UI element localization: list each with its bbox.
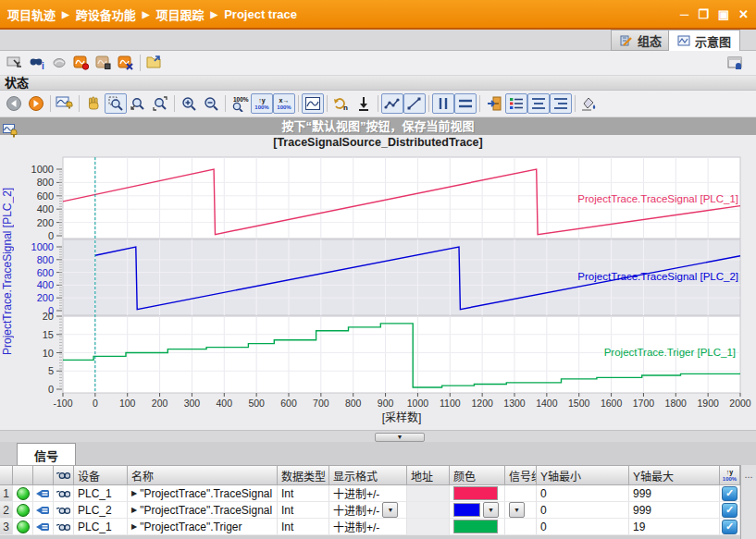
table-row[interactable]: 2 PLC_2 ▶"ProjectTrace".TraceSignal Int …	[0, 502, 740, 519]
breadcrumb-item[interactable]: 项目跟踪	[155, 6, 204, 23]
color-swatch[interactable]	[453, 486, 498, 500]
background-color-icon[interactable]	[578, 93, 601, 114]
header-display-format[interactable]: 显示格式	[329, 465, 407, 485]
dropdown-icon[interactable]: ▼	[483, 502, 499, 518]
float-window-icon[interactable]: ❐	[698, 8, 709, 20]
tab-signals[interactable]: 信号	[17, 443, 76, 466]
color-cell[interactable]: ▼	[450, 502, 505, 519]
table-scrollbar[interactable]: ...	[740, 465, 756, 539]
y-max-cell[interactable]: 999	[629, 485, 720, 502]
dropdown-icon[interactable]: ▼	[509, 502, 525, 518]
device-cell[interactable]: PLC_2	[74, 502, 128, 519]
y-min-cell[interactable]: 0	[537, 485, 629, 502]
export-icon[interactable]	[353, 93, 375, 114]
zoom-area-icon[interactable]	[149, 93, 171, 114]
interpolate-icon[interactable]	[381, 93, 403, 114]
color-cell[interactable]	[450, 519, 505, 535]
glasses-icon[interactable]	[54, 485, 74, 502]
align-right-icon[interactable]	[550, 93, 572, 114]
header-y-min[interactable]: Y轴最小	[537, 465, 629, 485]
color-swatch[interactable]	[453, 520, 498, 533]
expand-icon[interactable]: ▶	[131, 506, 137, 514]
compare-icon[interactable]	[48, 53, 70, 73]
zoom-out-icon[interactable]	[200, 93, 222, 114]
default-view-icon[interactable]	[54, 93, 76, 114]
y-min-cell[interactable]: 0	[537, 519, 629, 535]
name-cell[interactable]: ▶"ProjectTrace".TraceSignal	[128, 502, 278, 519]
data-type-cell[interactable]: Int	[278, 519, 329, 535]
forward-icon[interactable]	[25, 93, 47, 114]
tab-configuration[interactable]: 组态	[611, 30, 671, 51]
legend-icon[interactable]	[505, 93, 527, 114]
legend-position-icon[interactable]	[483, 93, 505, 114]
more-columns-label[interactable]: ...	[741, 465, 756, 484]
y-scale-100-icon[interactable]: ↑y100%	[720, 465, 740, 485]
zoom-drag-icon[interactable]	[127, 93, 149, 114]
device-cell[interactable]: PLC_1	[74, 485, 128, 502]
y-max-cell[interactable]: 999	[629, 502, 720, 519]
horizontal-cursor-icon[interactable]	[454, 93, 477, 114]
header-name[interactable]: 名称	[128, 465, 278, 485]
trace-chart-area[interactable]: ProjectTrace.TraceSignal [PLC_2] 0200400…	[0, 151, 756, 430]
signal-group-cell[interactable]	[505, 485, 537, 502]
breadcrumb-item[interactable]: Project trace	[224, 7, 297, 21]
stop-trace-icon[interactable]	[93, 53, 115, 73]
step-curve-icon[interactable]	[403, 93, 426, 114]
properties-binoculars-icon[interactable]: i	[26, 53, 48, 73]
fit-view-icon[interactable]	[302, 93, 324, 114]
glasses-icon[interactable]	[54, 502, 74, 519]
dropdown-icon[interactable]: ▼	[382, 502, 398, 518]
visible-checkbox[interactable]: ✓	[720, 502, 740, 519]
visible-checkbox[interactable]: ✓	[720, 519, 740, 535]
display-format-cell[interactable]: 十进制+/-	[329, 519, 407, 535]
close-icon[interactable]: ✕	[738, 8, 749, 20]
zoom-select-icon[interactable]	[105, 93, 127, 114]
device-cell[interactable]: PLC_1	[74, 519, 128, 535]
scale-x-100-icon[interactable]: x→100%	[273, 93, 295, 114]
scale-y-100-icon[interactable]: ↑y100%	[251, 93, 273, 114]
back-icon[interactable]	[3, 93, 25, 114]
tab-diagram[interactable]: 示意图	[668, 30, 740, 52]
visible-checkbox[interactable]: ✓	[720, 485, 740, 502]
display-format-cell[interactable]: 十进制+/-▼	[329, 502, 407, 519]
signal-group-cell[interactable]: ▼	[505, 502, 537, 519]
minimize-icon[interactable]: ─	[680, 8, 688, 20]
add-measurement-icon[interactable]	[143, 53, 166, 73]
zoom-100-icon[interactable]: 100%	[229, 93, 251, 114]
display-format-cell[interactable]: 十进制+/-	[329, 485, 407, 502]
color-cell[interactable]	[450, 485, 505, 502]
expand-icon[interactable]: ▶	[131, 489, 137, 497]
splitter-handle[interactable]: ▼	[375, 433, 425, 442]
y-min-cell[interactable]: 0	[537, 502, 629, 519]
expand-icon[interactable]: ▶	[131, 522, 137, 531]
color-swatch[interactable]	[453, 503, 480, 517]
maximize-icon[interactable]: ▣	[718, 8, 729, 20]
vertical-cursor-icon[interactable]	[432, 93, 454, 114]
discard-trace-icon[interactable]	[115, 53, 137, 73]
record-trace-icon[interactable]	[70, 53, 93, 73]
transfer-trace-icon[interactable]	[4, 53, 26, 73]
data-type-cell[interactable]: Int	[278, 485, 329, 502]
samples-icon[interactable]: n	[330, 93, 353, 114]
header-signal-group[interactable]: 信号组	[505, 465, 537, 485]
breadcrumb-item[interactable]: 项目轨迹	[7, 6, 56, 23]
glasses-icon[interactable]	[54, 519, 74, 535]
name-cell[interactable]: ▶"ProjectTrace".TraceSignal	[128, 485, 278, 502]
pan-hand-icon[interactable]	[82, 93, 105, 114]
breadcrumb-item[interactable]: 跨设备功能	[76, 6, 136, 23]
signal-group-cell[interactable]	[505, 519, 537, 535]
name-cell[interactable]: ▶"ProjectTrace".Triger	[128, 519, 278, 535]
header-data-type[interactable]: 数据类型	[278, 465, 329, 485]
data-type-cell[interactable]: Int	[278, 502, 329, 519]
header-address[interactable]: 地址	[407, 465, 450, 485]
table-row[interactable]: 3 PLC_1 ▶"ProjectTrace".Triger Int 十进制+/…	[0, 519, 740, 535]
zoom-in-icon[interactable]	[178, 93, 200, 114]
editor-layout-icon[interactable]	[725, 53, 747, 73]
header-device[interactable]: 设备	[74, 465, 128, 485]
trace-plot[interactable]: 02004006008001000ProjectTrace.TraceSigna…	[0, 151, 756, 430]
header-color[interactable]: 颜色	[450, 465, 505, 485]
align-center-icon[interactable]	[527, 93, 550, 114]
header-y-max[interactable]: Y轴最大	[629, 465, 720, 485]
table-row[interactable]: 1 PLC_1 ▶"ProjectTrace".TraceSignal Int …	[0, 485, 740, 502]
y-max-cell[interactable]: 19	[629, 519, 720, 535]
